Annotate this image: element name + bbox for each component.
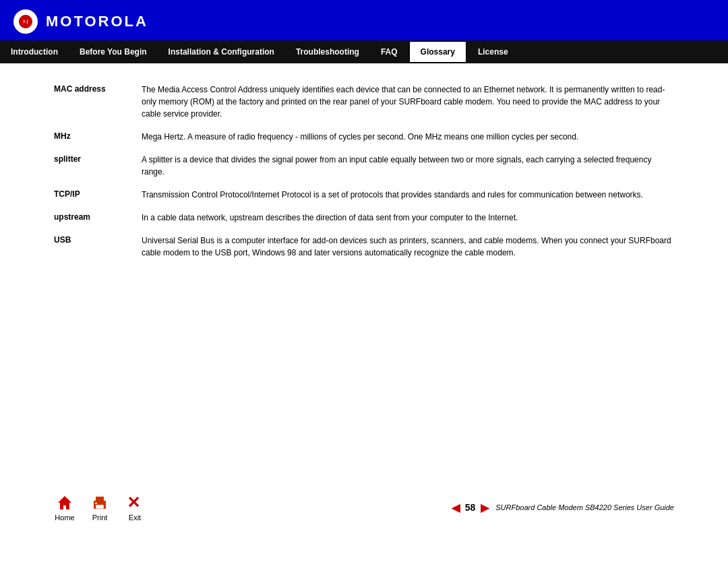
glossary-definition: The Media Access Control Address uniquel… (142, 84, 674, 120)
prev-page-arrow[interactable]: ◀ (452, 501, 460, 514)
svg-rect-4 (96, 505, 104, 509)
home-button[interactable]: Home (54, 493, 75, 522)
nav-license[interactable]: License (467, 40, 519, 63)
page-number: 58 (465, 502, 476, 513)
page-navigation: ◀ 58 ▶ (452, 501, 489, 514)
svg-rect-3 (96, 497, 104, 502)
glossary-row: MAC addressThe Media Access Control Addr… (54, 84, 674, 120)
footer-left: Home Print ✕ Exit (54, 493, 146, 522)
footer: Home Print ✕ Exit ◀ 58 ▶ S (0, 493, 728, 522)
next-page-arrow[interactable]: ▶ (481, 501, 489, 514)
header: M MOTOROLA (0, 0, 728, 40)
brand-name: MOTOROLA (46, 13, 148, 30)
print-icon (89, 493, 111, 512)
glossary-definition: Universal Serial Bus is a computer inter… (142, 235, 674, 259)
home-icon (54, 493, 75, 512)
exit-label: Exit (129, 513, 141, 522)
glossary-term: TCP/IP (54, 189, 142, 199)
footer-right: ◀ 58 ▶ SURFboard Cable Modem SB4220 Seri… (452, 501, 674, 514)
glossary-row: upstreamIn a cable data network, upstrea… (54, 212, 674, 224)
guide-title: SURFboard Cable Modem SB4220 Series User… (495, 503, 674, 511)
navbar: Introduction Before You Begin Installati… (0, 40, 728, 63)
nav-glossary[interactable]: Glossary (408, 40, 467, 63)
glossary-row: MHzMega Hertz. A measure of radio freque… (54, 131, 674, 143)
nav-introduction[interactable]: Introduction (0, 40, 69, 63)
glossary-row: TCP/IPTransmission Control Protocol/Inte… (54, 189, 674, 201)
nav-before-you-begin[interactable]: Before You Begin (69, 40, 158, 63)
exit-icon: ✕ (124, 493, 146, 512)
print-label: Print (92, 513, 108, 522)
print-button[interactable]: Print (89, 493, 111, 522)
home-label: Home (55, 513, 74, 522)
glossary-term: splitter (54, 154, 142, 164)
motorola-logo-circle: M (13, 9, 38, 34)
glossary-row: splitterA splitter is a device that divi… (54, 154, 674, 178)
exit-button[interactable]: ✕ Exit (124, 493, 146, 522)
glossary-entries: MAC addressThe Media Access Control Addr… (54, 84, 674, 259)
motorola-m-icon: M (18, 13, 34, 30)
nav-troubleshooting[interactable]: Troubleshooting (285, 40, 370, 63)
glossary-term: MHz (54, 131, 142, 141)
glossary-definition: A splitter is a device that divides the … (142, 154, 674, 178)
svg-marker-1 (58, 496, 71, 509)
svg-rect-5 (95, 503, 97, 504)
glossary-definition: In a cable data network, upstream descri… (142, 212, 674, 224)
glossary-term: upstream (54, 212, 142, 222)
glossary-term: MAC address (54, 84, 142, 94)
nav-installation-configuration[interactable]: Installation & Configuration (158, 40, 285, 63)
glossary-row: USBUniversal Serial Bus is a computer in… (54, 235, 674, 259)
svg-text:M: M (20, 17, 28, 27)
glossary-definition: Transmission Control Protocol/Internet P… (142, 189, 674, 201)
main-content: MAC addressThe Media Access Control Addr… (0, 63, 728, 283)
glossary-definition: Mega Hertz. A measure of radio frequency… (142, 131, 674, 143)
nav-faq[interactable]: FAQ (370, 40, 408, 63)
glossary-term: USB (54, 235, 142, 245)
